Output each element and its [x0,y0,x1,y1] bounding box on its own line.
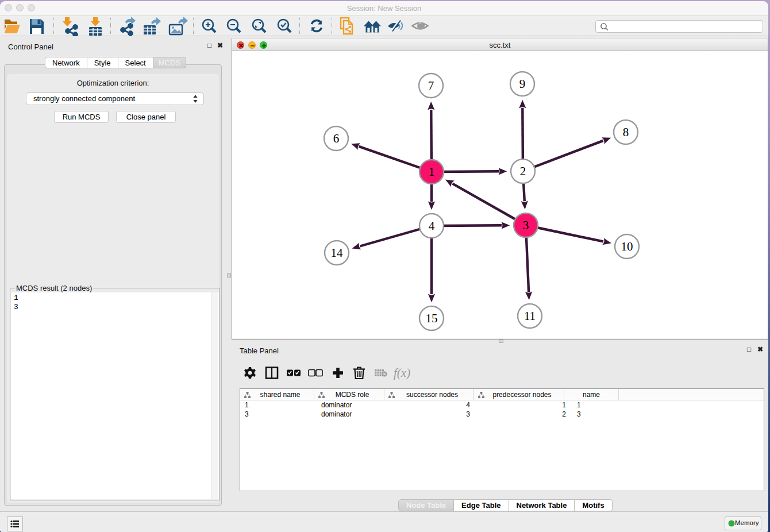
svg-text:10: 10 [621,240,633,253]
svg-text:2: 2 [520,164,526,178]
svg-text:7: 7 [428,79,434,92]
svg-text:15: 15 [426,311,438,325]
svg-text:6: 6 [333,132,340,145]
svg-text:1: 1 [429,165,435,179]
svg-text:9: 9 [519,77,526,91]
svg-text:14: 14 [331,246,344,260]
svg-text:4: 4 [429,219,435,233]
svg-text:f(x): f(x) [394,366,410,380]
svg-text:3: 3 [523,218,529,232]
svg-text:11: 11 [524,309,536,323]
svg-text:8: 8 [623,125,629,139]
